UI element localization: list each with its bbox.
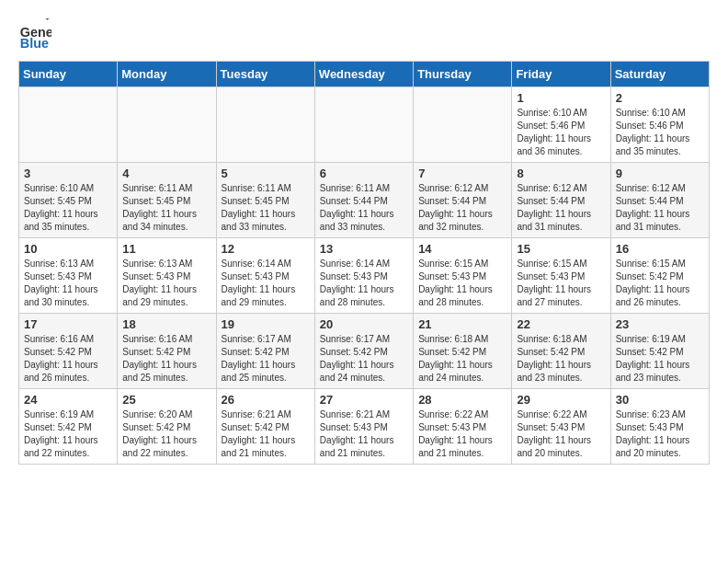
- calendar-cell: 8Sunrise: 6:12 AM Sunset: 5:44 PM Daylig…: [512, 163, 610, 238]
- day-info: Sunrise: 6:23 AM Sunset: 5:43 PM Dayligh…: [616, 408, 704, 460]
- calendar-cell: [414, 87, 512, 163]
- calendar-cell: 22Sunrise: 6:18 AM Sunset: 5:42 PM Dayli…: [512, 314, 610, 389]
- day-number: 2: [616, 91, 704, 105]
- calendar-header: SundayMondayTuesdayWednesdayThursdayFrid…: [19, 62, 710, 87]
- calendar-cell: 3Sunrise: 6:10 AM Sunset: 5:45 PM Daylig…: [19, 163, 118, 238]
- calendar-cell: 4Sunrise: 6:11 AM Sunset: 5:45 PM Daylig…: [118, 163, 216, 238]
- day-number: 30: [616, 393, 704, 407]
- day-info: Sunrise: 6:13 AM Sunset: 5:43 PM Dayligh…: [122, 258, 210, 309]
- calendar-cell: 23Sunrise: 6:19 AM Sunset: 5:42 PM Dayli…: [610, 314, 709, 389]
- calendar-cell: 30Sunrise: 6:23 AM Sunset: 5:43 PM Dayli…: [610, 389, 709, 465]
- day-number: 11: [122, 242, 210, 256]
- day-number: 25: [122, 393, 210, 407]
- day-number: 5: [222, 167, 310, 180]
- day-info: Sunrise: 6:12 AM Sunset: 5:44 PM Dayligh…: [418, 182, 506, 234]
- day-number: 14: [418, 242, 506, 256]
- calendar-cell: 5Sunrise: 6:11 AM Sunset: 5:45 PM Daylig…: [216, 163, 314, 238]
- day-number: 23: [616, 317, 704, 331]
- day-number: 26: [222, 393, 310, 407]
- calendar-cell: 12Sunrise: 6:14 AM Sunset: 5:43 PM Dayli…: [216, 238, 314, 314]
- week-row-2: 3Sunrise: 6:10 AM Sunset: 5:45 PM Daylig…: [19, 163, 710, 238]
- svg-marker-2: [45, 18, 50, 20]
- logo: General Blue: [18, 18, 55, 52]
- day-info: Sunrise: 6:20 AM Sunset: 5:42 PM Dayligh…: [122, 408, 210, 460]
- day-info: Sunrise: 6:17 AM Sunset: 5:42 PM Dayligh…: [320, 333, 408, 385]
- calendar-cell: 9Sunrise: 6:12 AM Sunset: 5:44 PM Daylig…: [610, 163, 709, 238]
- day-info: Sunrise: 6:10 AM Sunset: 5:45 PM Dayligh…: [24, 182, 112, 234]
- day-number: 15: [517, 242, 605, 256]
- col-header-sunday: Sunday: [19, 62, 118, 87]
- calendar-cell: 28Sunrise: 6:22 AM Sunset: 5:43 PM Dayli…: [414, 389, 512, 465]
- day-info: Sunrise: 6:19 AM Sunset: 5:42 PM Dayligh…: [24, 408, 112, 460]
- calendar-cell: 15Sunrise: 6:15 AM Sunset: 5:43 PM Dayli…: [512, 238, 610, 314]
- day-info: Sunrise: 6:12 AM Sunset: 5:44 PM Dayligh…: [616, 182, 704, 234]
- day-info: Sunrise: 6:18 AM Sunset: 5:42 PM Dayligh…: [418, 333, 506, 385]
- day-number: 12: [222, 242, 310, 256]
- calendar-cell: [118, 87, 216, 163]
- calendar-cell: 27Sunrise: 6:21 AM Sunset: 5:43 PM Dayli…: [314, 389, 413, 465]
- calendar-cell: [216, 87, 314, 163]
- day-number: 16: [616, 242, 704, 256]
- day-info: Sunrise: 6:10 AM Sunset: 5:46 PM Dayligh…: [616, 107, 704, 158]
- day-info: Sunrise: 6:21 AM Sunset: 5:43 PM Dayligh…: [320, 408, 408, 460]
- day-number: 18: [122, 317, 210, 331]
- calendar-cell: 11Sunrise: 6:13 AM Sunset: 5:43 PM Dayli…: [118, 238, 216, 314]
- day-number: 7: [418, 167, 506, 180]
- calendar-cell: 19Sunrise: 6:17 AM Sunset: 5:42 PM Dayli…: [216, 314, 314, 389]
- day-info: Sunrise: 6:11 AM Sunset: 5:45 PM Dayligh…: [222, 182, 310, 234]
- day-info: Sunrise: 6:16 AM Sunset: 5:42 PM Dayligh…: [122, 333, 210, 385]
- day-info: Sunrise: 6:15 AM Sunset: 5:43 PM Dayligh…: [517, 258, 605, 309]
- calendar-cell: 20Sunrise: 6:17 AM Sunset: 5:42 PM Dayli…: [314, 314, 413, 389]
- day-info: Sunrise: 6:13 AM Sunset: 5:43 PM Dayligh…: [24, 258, 112, 309]
- calendar-cell: 13Sunrise: 6:14 AM Sunset: 5:43 PM Dayli…: [314, 238, 413, 314]
- day-number: 21: [418, 317, 506, 331]
- day-number: 10: [24, 242, 112, 256]
- day-info: Sunrise: 6:11 AM Sunset: 5:44 PM Dayligh…: [320, 182, 408, 234]
- calendar-cell: [19, 87, 118, 163]
- week-row-5: 24Sunrise: 6:19 AM Sunset: 5:42 PM Dayli…: [19, 389, 710, 465]
- day-number: 8: [517, 167, 605, 180]
- calendar-cell: 1Sunrise: 6:10 AM Sunset: 5:46 PM Daylig…: [512, 87, 610, 163]
- logo-icon: General Blue: [18, 18, 51, 52]
- col-header-wednesday: Wednesday: [314, 62, 413, 87]
- day-info: Sunrise: 6:16 AM Sunset: 5:42 PM Dayligh…: [24, 333, 112, 385]
- day-number: 4: [122, 167, 210, 180]
- calendar-cell: 25Sunrise: 6:20 AM Sunset: 5:42 PM Dayli…: [118, 389, 216, 465]
- day-info: Sunrise: 6:19 AM Sunset: 5:42 PM Dayligh…: [616, 333, 704, 385]
- day-number: 3: [24, 167, 112, 180]
- calendar-cell: 16Sunrise: 6:15 AM Sunset: 5:42 PM Dayli…: [610, 238, 709, 314]
- day-number: 13: [320, 242, 408, 256]
- svg-text:Blue: Blue: [20, 36, 49, 51]
- day-number: 17: [24, 317, 112, 331]
- day-number: 27: [320, 393, 408, 407]
- col-header-thursday: Thursday: [414, 62, 512, 87]
- week-row-4: 17Sunrise: 6:16 AM Sunset: 5:42 PM Dayli…: [19, 314, 710, 389]
- calendar-cell: 14Sunrise: 6:15 AM Sunset: 5:43 PM Dayli…: [414, 238, 512, 314]
- day-info: Sunrise: 6:14 AM Sunset: 5:43 PM Dayligh…: [222, 258, 310, 309]
- day-number: 19: [222, 317, 310, 331]
- calendar-cell: 17Sunrise: 6:16 AM Sunset: 5:42 PM Dayli…: [19, 314, 118, 389]
- day-info: Sunrise: 6:15 AM Sunset: 5:43 PM Dayligh…: [418, 258, 506, 309]
- calendar-table: SundayMondayTuesdayWednesdayThursdayFrid…: [18, 61, 710, 465]
- calendar-cell: [314, 87, 413, 163]
- calendar-cell: 18Sunrise: 6:16 AM Sunset: 5:42 PM Dayli…: [118, 314, 216, 389]
- calendar-cell: 24Sunrise: 6:19 AM Sunset: 5:42 PM Dayli…: [19, 389, 118, 465]
- day-info: Sunrise: 6:22 AM Sunset: 5:43 PM Dayligh…: [418, 408, 506, 460]
- calendar-cell: 7Sunrise: 6:12 AM Sunset: 5:44 PM Daylig…: [414, 163, 512, 238]
- day-number: 28: [418, 393, 506, 407]
- day-info: Sunrise: 6:12 AM Sunset: 5:44 PM Dayligh…: [517, 182, 605, 234]
- day-info: Sunrise: 6:18 AM Sunset: 5:42 PM Dayligh…: [517, 333, 605, 385]
- calendar-cell: 21Sunrise: 6:18 AM Sunset: 5:42 PM Dayli…: [414, 314, 512, 389]
- day-number: 9: [616, 167, 704, 180]
- day-number: 6: [320, 167, 408, 180]
- col-header-monday: Monday: [118, 62, 216, 87]
- col-header-saturday: Saturday: [610, 62, 709, 87]
- day-info: Sunrise: 6:22 AM Sunset: 5:43 PM Dayligh…: [517, 408, 605, 460]
- calendar-cell: 26Sunrise: 6:21 AM Sunset: 5:42 PM Dayli…: [216, 389, 314, 465]
- day-number: 29: [517, 393, 605, 407]
- day-info: Sunrise: 6:10 AM Sunset: 5:46 PM Dayligh…: [517, 107, 605, 158]
- week-row-3: 10Sunrise: 6:13 AM Sunset: 5:43 PM Dayli…: [19, 238, 710, 314]
- day-info: Sunrise: 6:17 AM Sunset: 5:42 PM Dayligh…: [222, 333, 310, 385]
- col-header-tuesday: Tuesday: [216, 62, 314, 87]
- day-number: 22: [517, 317, 605, 331]
